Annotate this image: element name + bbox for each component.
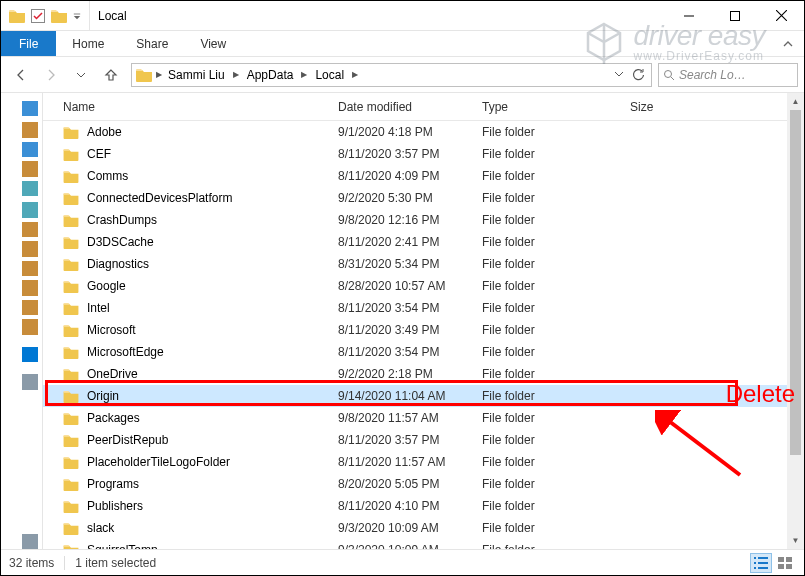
- nav-recent-button[interactable]: [67, 61, 95, 89]
- file-name: D3DSCache: [87, 235, 338, 249]
- folder-icon: [63, 302, 87, 315]
- file-row[interactable]: Diagnostics8/31/2020 5:34 PMFile folder: [43, 253, 804, 275]
- view-tab[interactable]: View: [184, 31, 242, 56]
- file-row[interactable]: Publishers8/11/2020 4:10 PMFile folder: [43, 495, 804, 517]
- file-row[interactable]: Microsoft8/11/2020 3:49 PMFile folder: [43, 319, 804, 341]
- file-name: Origin: [87, 389, 338, 403]
- file-type: File folder: [482, 499, 630, 513]
- vertical-scrollbar[interactable]: ▲ ▼: [787, 93, 804, 549]
- breadcrumb-item[interactable]: Sammi Liu▶: [164, 68, 243, 82]
- file-type: File folder: [482, 279, 630, 293]
- svg-rect-1: [74, 13, 80, 14]
- documents-icon[interactable]: [22, 161, 38, 176]
- folder-icon: [63, 192, 87, 205]
- file-row[interactable]: Intel8/11/2020 3:54 PMFile folder: [43, 297, 804, 319]
- file-date: 9/8/2020 11:57 AM: [338, 411, 482, 425]
- folder-icon[interactable]: [22, 280, 38, 295]
- explorer-window: Local File Home Share View ▶ Sammi Liu▶ …: [0, 0, 805, 576]
- svg-rect-11: [778, 557, 784, 562]
- this-pc-icon[interactable]: [22, 374, 38, 389]
- nav-forward-button[interactable]: [37, 61, 65, 89]
- file-row[interactable]: Origin9/14/2020 11:04 AMFile folder: [43, 385, 804, 407]
- file-row[interactable]: ConnectedDevicesPlatform9/2/2020 5:30 PM…: [43, 187, 804, 209]
- breadcrumb-item[interactable]: AppData▶: [243, 68, 312, 82]
- checkbox-icon[interactable]: [31, 9, 45, 23]
- chevron-right-icon[interactable]: ▶: [156, 70, 164, 79]
- svg-rect-3: [731, 11, 740, 20]
- file-type: File folder: [482, 543, 630, 549]
- column-type[interactable]: Type: [482, 100, 630, 114]
- file-row[interactable]: PlaceholderTileLogoFolder8/11/2020 11:57…: [43, 451, 804, 473]
- dropdown-icon[interactable]: [613, 68, 625, 80]
- file-type: File folder: [482, 323, 630, 337]
- thumbnails-view-button[interactable]: [774, 553, 796, 573]
- ribbon-toggle[interactable]: [772, 31, 804, 56]
- file-name: CrashDumps: [87, 213, 338, 227]
- file-row[interactable]: Comms8/11/2020 4:09 PMFile folder: [43, 165, 804, 187]
- file-list[interactable]: Adobe9/1/2020 4:18 PMFile folderCEF8/11/…: [43, 121, 804, 549]
- file-row[interactable]: OneDrive9/2/2020 2:18 PMFile folder: [43, 363, 804, 385]
- maximize-button[interactable]: [712, 1, 758, 30]
- downloads-icon[interactable]: [22, 142, 38, 157]
- music-icon[interactable]: [22, 202, 38, 217]
- address-bar[interactable]: ▶ Sammi Liu▶ AppData▶ Local▶: [131, 63, 652, 87]
- folder-icon[interactable]: [22, 241, 38, 256]
- quick-access-toolbar: [1, 1, 90, 30]
- file-row[interactable]: slack9/3/2020 10:09 AMFile folder: [43, 517, 804, 539]
- nav-up-button[interactable]: [97, 61, 125, 89]
- window-title: Local: [90, 9, 666, 23]
- file-date: 8/11/2020 4:10 PM: [338, 499, 482, 513]
- folder-icon[interactable]: [22, 261, 38, 276]
- close-button[interactable]: [758, 1, 804, 30]
- file-row[interactable]: Programs8/20/2020 5:05 PMFile folder: [43, 473, 804, 495]
- desktop-icon[interactable]: [22, 122, 38, 137]
- folder-icon: [63, 258, 87, 271]
- file-name: Microsoft: [87, 323, 338, 337]
- window-controls: [666, 1, 804, 30]
- file-name: Intel: [87, 301, 338, 315]
- pictures-icon[interactable]: [22, 181, 38, 196]
- file-tab[interactable]: File: [1, 31, 56, 56]
- folder-icon[interactable]: [22, 222, 38, 237]
- file-row[interactable]: Google8/28/2020 10:57 AMFile folder: [43, 275, 804, 297]
- file-row[interactable]: SquirrelTemp9/3/2020 10:09 AMFile folder: [43, 539, 804, 549]
- file-type: File folder: [482, 301, 630, 315]
- column-date[interactable]: Date modified: [338, 100, 482, 114]
- file-date: 8/11/2020 3:57 PM: [338, 433, 482, 447]
- nav-back-button[interactable]: [7, 61, 35, 89]
- share-tab[interactable]: Share: [120, 31, 184, 56]
- quick-access-icon[interactable]: [22, 101, 38, 116]
- file-row[interactable]: CEF8/11/2020 3:57 PMFile folder: [43, 143, 804, 165]
- scroll-down-button[interactable]: ▼: [787, 532, 804, 549]
- folder-icon[interactable]: [22, 319, 38, 334]
- file-date: 8/11/2020 11:57 AM: [338, 455, 482, 469]
- column-name[interactable]: Name: [63, 100, 338, 114]
- status-item-count: 32 items: [9, 556, 54, 570]
- folder-icon[interactable]: [22, 300, 38, 315]
- file-row[interactable]: PeerDistRepub8/11/2020 3:57 PMFile folde…: [43, 429, 804, 451]
- file-pane: Name Date modified Type Size Adobe9/1/20…: [43, 93, 804, 549]
- file-name: slack: [87, 521, 338, 535]
- onedrive-icon[interactable]: [22, 347, 38, 362]
- file-row[interactable]: MicrosoftEdge8/11/2020 3:54 PMFile folde…: [43, 341, 804, 363]
- column-size[interactable]: Size: [630, 100, 690, 114]
- details-view-button[interactable]: [750, 553, 772, 573]
- file-date: 9/2/2020 5:30 PM: [338, 191, 482, 205]
- breadcrumb-item[interactable]: Local▶: [311, 68, 362, 82]
- scroll-up-button[interactable]: ▲: [787, 93, 804, 110]
- home-tab[interactable]: Home: [56, 31, 120, 56]
- svg-rect-14: [786, 564, 792, 569]
- file-row[interactable]: Packages9/8/2020 11:57 AMFile folder: [43, 407, 804, 429]
- drive-icon[interactable]: [22, 534, 38, 549]
- file-date: 8/11/2020 3:54 PM: [338, 345, 482, 359]
- scroll-thumb[interactable]: [790, 110, 801, 455]
- file-row[interactable]: CrashDumps9/8/2020 12:16 PMFile folder: [43, 209, 804, 231]
- file-row[interactable]: D3DSCache8/11/2020 2:41 PMFile folder: [43, 231, 804, 253]
- nav-pane[interactable]: [1, 93, 43, 549]
- search-input[interactable]: Search Lo…: [658, 63, 798, 87]
- refresh-icon[interactable]: [631, 68, 645, 82]
- minimize-button[interactable]: [666, 1, 712, 30]
- file-name: Publishers: [87, 499, 338, 513]
- qat-dropdown-icon[interactable]: [73, 12, 81, 20]
- file-row[interactable]: Adobe9/1/2020 4:18 PMFile folder: [43, 121, 804, 143]
